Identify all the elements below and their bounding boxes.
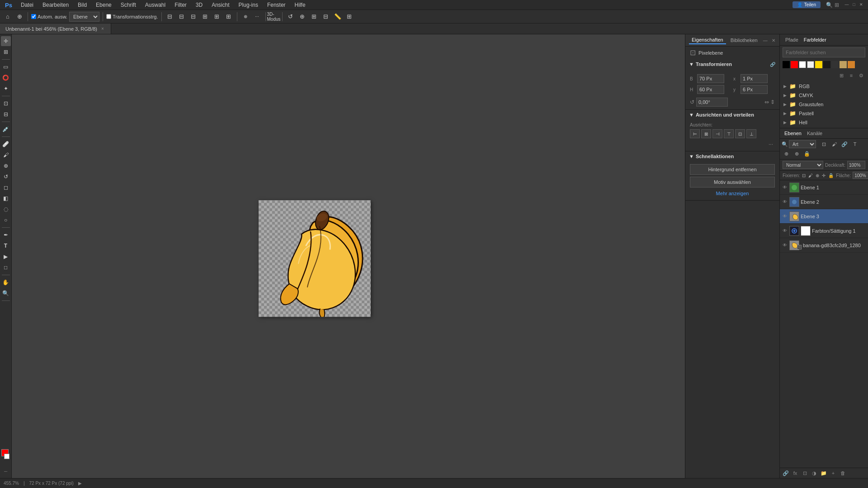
swatch-gold[interactable] <box>815 61 822 68</box>
width-input[interactable] <box>697 74 724 83</box>
menu-ansicht[interactable]: Ansicht <box>208 1 233 9</box>
zoom-tool[interactable]: 🔍 <box>1 288 11 298</box>
layer-link-bottom-btn[interactable]: 🔗 <box>782 469 790 477</box>
brush-tool[interactable]: 🖌 <box>1 150 11 160</box>
layer-brush-btn[interactable]: 🖌 <box>830 140 839 148</box>
tab-pfade[interactable]: Pfade <box>783 36 800 43</box>
layer-lock-btn[interactable]: 🔒 <box>802 150 811 158</box>
layer-item-farbton[interactable]: 👁 Farbton/Sättigung 1 <box>780 224 868 238</box>
menu-bild[interactable]: Bild <box>74 1 90 9</box>
crop-tool[interactable]: ⊡ <box>1 99 11 108</box>
search-icon[interactable]: 🔍 <box>826 2 833 8</box>
artboard-tool[interactable]: ⊞ <box>1 47 11 57</box>
frame-tool[interactable]: ⊟ <box>1 109 11 119</box>
layer-fx-btn[interactable]: fx <box>791 469 799 477</box>
layer-effect-btn[interactable]: ⊕ <box>782 150 791 158</box>
gradient-tool[interactable]: ◧ <box>1 193 11 203</box>
align-bottom-button[interactable]: ⊥ <box>746 129 756 138</box>
align-top-button[interactable]: ⊤ <box>724 129 734 138</box>
flip-v-icon[interactable]: ⇕ <box>770 99 775 105</box>
transform-checkbox[interactable] <box>106 14 111 19</box>
more-align-icon[interactable]: ⊕ <box>241 12 250 22</box>
list-view-button[interactable]: ≡ <box>847 71 855 80</box>
shape-tool[interactable]: □ <box>1 263 11 272</box>
canvas-area[interactable] <box>12 34 685 478</box>
type-tool[interactable]: T <box>1 241 11 251</box>
menu-datei[interactable]: Datei <box>17 1 37 9</box>
group-hell[interactable]: ▶ 📁 Hell <box>780 118 868 127</box>
rotate-icon[interactable]: ↺ <box>286 12 296 22</box>
group-rgb[interactable]: ▶ 📁 RGB <box>780 82 868 91</box>
quick-select-tool[interactable]: ✦ <box>1 84 11 94</box>
panel-minimize-button[interactable]: — <box>762 37 769 43</box>
layer-visibility-farbton[interactable]: 👁 <box>782 228 788 234</box>
layer-pixel-btn[interactable]: ⊡ <box>819 140 828 148</box>
fix-all-btn[interactable]: 🔒 <box>828 172 834 179</box>
minimize-button[interactable]: — <box>844 1 850 8</box>
layer-visibility-ebene3[interactable]: 👁 <box>782 213 788 220</box>
align-v-center-button[interactable]: ⊡ <box>735 129 745 138</box>
align-bottom-icon[interactable]: ⊞ <box>224 12 234 22</box>
flip-icon[interactable]: ⊕ <box>297 12 307 22</box>
menu-auswahl[interactable]: Auswahl <box>142 1 169 9</box>
layer-visibility-banana[interactable]: 👁 <box>782 242 788 249</box>
layer-link-btn[interactable]: 🔗 <box>840 140 849 148</box>
heal-tool[interactable]: 🩹 <box>1 139 11 149</box>
layer-filter-btn[interactable]: ⊕ <box>792 150 801 158</box>
transform-section-header[interactable]: ▼ Transformieren 🔗 <box>685 59 779 70</box>
grid-icon[interactable]: ⊞ <box>344 12 354 22</box>
more-actions-link[interactable]: Mehr anzeigen <box>690 189 775 197</box>
select-rect-tool[interactable]: ▭ <box>1 62 11 72</box>
arrange-icon[interactable]: ⊞ <box>835 2 839 8</box>
dodge-tool[interactable]: ○ <box>1 215 11 225</box>
blur-tool[interactable]: ◌ <box>1 204 11 214</box>
color-search-input[interactable] <box>783 47 865 57</box>
opacity-input[interactable] <box>847 161 865 169</box>
swatch-white[interactable] <box>799 61 806 68</box>
align-center-v-icon[interactable]: ⊞ <box>212 12 222 22</box>
zoom-fill-icon[interactable]: ⊟ <box>321 12 331 22</box>
layer-group-dropdown[interactable]: Ebene Gruppe <box>69 12 99 22</box>
group-graustufen[interactable]: ▶ 📁 Graustufen <box>780 100 868 109</box>
stamp-tool[interactable]: ⊕ <box>1 161 11 171</box>
align-right-button[interactable]: ⊣ <box>712 129 722 138</box>
layer-new-btn[interactable]: + <box>829 469 837 477</box>
extras-icon[interactable]: ··· <box>252 12 262 22</box>
tab-farbfelder[interactable]: Farbfelder <box>802 36 828 43</box>
layer-item-banana[interactable]: 👁 ⊡ banana-gd83cfc2d9_1280 <box>780 238 868 253</box>
layer-item-ebene3[interactable]: 👁 Ebene 3 <box>780 209 868 224</box>
menu-3d[interactable]: 3D <box>192 1 206 9</box>
layer-folder-btn[interactable]: 📁 <box>820 469 828 477</box>
swatch-darkgray[interactable] <box>823 61 830 68</box>
swatch-black[interactable] <box>783 61 790 68</box>
settings-button[interactable]: ⚙ <box>857 71 865 80</box>
menu-ebene[interactable]: Ebene <box>92 1 115 9</box>
y-input[interactable] <box>741 85 768 94</box>
zoom-fit-icon[interactable]: ⊞ <box>309 12 319 22</box>
swatch-gray[interactable] <box>831 61 839 68</box>
align-right-icon[interactable]: ⊟ <box>189 12 198 22</box>
tab-bibliotheken[interactable]: Bibliotheken <box>728 37 760 44</box>
document-tab-close[interactable]: × <box>100 26 105 32</box>
tab-ebenen[interactable]: Ebenen <box>783 130 803 137</box>
more-align-button[interactable]: ··· <box>767 140 775 148</box>
menu-plugins[interactable]: Plug-ins <box>235 1 262 9</box>
blend-mode-dropdown[interactable]: Normal Auflösen Abdunkeln <box>783 161 823 169</box>
remove-bg-button[interactable]: Hintergrund entfernen <box>690 164 775 175</box>
move-tool[interactable]: ✛ <box>1 36 11 46</box>
rotation-input[interactable] <box>696 98 728 107</box>
share-button[interactable]: 👤Teilen <box>793 1 821 8</box>
pen-tool[interactable]: ✒ <box>1 230 11 240</box>
select-motif-button[interactable]: Motiv auswählen <box>690 177 775 188</box>
align-section-header[interactable]: ▼ Ausrichten und verteilen <box>685 110 779 120</box>
close-button[interactable]: ✕ <box>858 1 864 8</box>
autoselect-checkbox[interactable] <box>31 14 36 19</box>
tab-kanaele[interactable]: Kanäle <box>805 130 824 137</box>
align-center-h-icon[interactable]: ⊟ <box>177 12 187 22</box>
layer-mask-btn[interactable]: ⊡ <box>801 469 809 477</box>
extras-tool[interactable]: ··· <box>1 466 11 476</box>
document-tab[interactable]: Unbenannt-1 bei 456% (Ebene 3, RGB/8) × <box>0 23 111 34</box>
group-pastell[interactable]: ▶ 📁 Pastell <box>780 109 868 118</box>
tab-eigenschaften[interactable]: Eigenschaften <box>689 36 726 44</box>
lasso-tool[interactable]: ⭕ <box>1 73 11 83</box>
